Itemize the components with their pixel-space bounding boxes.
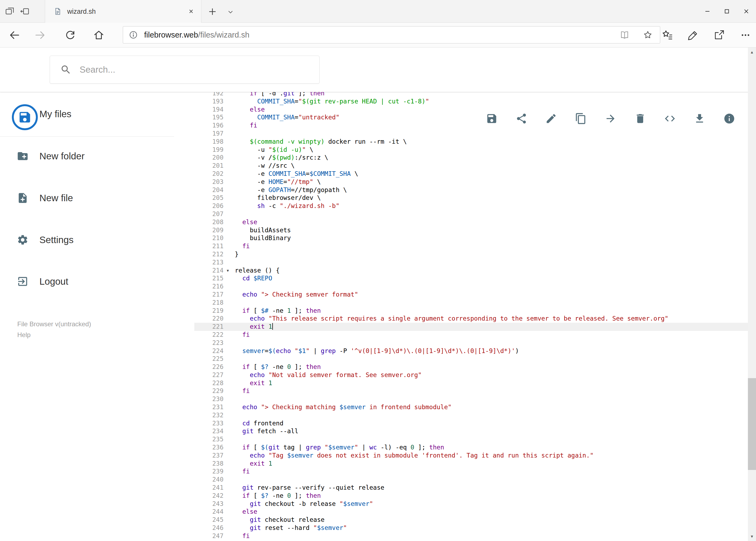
code-line-213[interactable]: 213 (194, 259, 748, 267)
code-line-233[interactable]: 233 cd frontend (194, 419, 748, 427)
code-line-245[interactable]: 245 git checkout release (194, 516, 748, 524)
fold-gutter (223, 210, 232, 218)
code-line-227[interactable]: 227 echo "Not valid semver format. See s… (194, 371, 748, 379)
code-line-200[interactable]: 200 -v /$(pwd):/src:z \ (194, 154, 748, 162)
code-line-244[interactable]: 244 else (194, 508, 748, 516)
more-options-button[interactable] (740, 29, 751, 41)
code-line-209[interactable]: 209 buildAssets (194, 226, 748, 235)
scroll-up-arrow[interactable]: ▲ (748, 48, 756, 57)
code-line-199[interactable]: 199 -u "$(id -u)" \ (194, 146, 748, 154)
search-bar[interactable] (50, 56, 320, 84)
code-line-218[interactable]: 218 (194, 299, 748, 307)
code-line-198[interactable]: 198 $(command -v winpty) docker run --rm… (194, 138, 748, 146)
sidebar-item-settings[interactable]: Settings (0, 227, 194, 253)
code-line-214[interactable]: 214▾release () { (194, 267, 748, 275)
code-line-203[interactable]: 203 -e HOME="//tmp" \ (194, 178, 748, 186)
code-line-210[interactable]: 210 buildBinary (194, 234, 748, 242)
filebrowser-logo[interactable] (12, 104, 38, 130)
back-button[interactable] (9, 29, 21, 41)
favorite-star-icon[interactable] (642, 30, 653, 40)
forward-button[interactable] (34, 29, 46, 41)
info-button[interactable] (723, 113, 735, 125)
new-tab-button[interactable] (207, 6, 217, 17)
page-info-icon[interactable] (128, 30, 138, 40)
refresh-button[interactable] (64, 29, 76, 41)
scrollbar-thumb[interactable] (748, 378, 756, 470)
code-line-235[interactable]: 235 (194, 435, 748, 443)
code-line-232[interactable]: 232 (194, 411, 748, 419)
browser-tab[interactable]: wizard.sh (45, 0, 201, 23)
rename-button[interactable] (545, 113, 557, 125)
sidebar-item-new-folder[interactable]: New folder (0, 144, 194, 169)
code-line-219[interactable]: 219 if [ $# -ne 1 ]; then (194, 307, 748, 315)
download-button[interactable] (694, 113, 705, 125)
fold-toggle-icon[interactable]: ▾ (223, 267, 232, 275)
set-tabs-aside-button[interactable] (19, 6, 30, 17)
code-line-217[interactable]: 217 echo "> Checking semver format" (194, 290, 748, 299)
code-line-243[interactable]: 243 git checkout -b release "$semver" (194, 500, 748, 508)
code-line-231[interactable]: 231 echo "> Checking matching $semver in… (194, 403, 748, 411)
code-line-236[interactable]: 236 if [ $(git tag | grep "$semver" | wc… (194, 443, 748, 452)
code-line-216[interactable]: 216 (194, 282, 748, 290)
code-line-197[interactable]: 197 (194, 130, 748, 138)
code-line-229[interactable]: 229 fi (194, 387, 748, 395)
code-line-242[interactable]: 242 if [ $? -ne 0 ]; then (194, 492, 748, 500)
code-line-220[interactable]: 220 echo "This release script requires a… (194, 315, 748, 323)
code-line-202[interactable]: 202 -e COMMIT_SHA=$COMMIT_SHA \ (194, 170, 748, 178)
code-line-201[interactable]: 201 -w //src \ (194, 162, 748, 170)
code-line-204[interactable]: 204 -e GOPATH=//tmp/gopath \ (194, 186, 748, 194)
code-line-239[interactable]: 239 fi (194, 467, 748, 476)
code-view-button[interactable] (664, 113, 676, 125)
address-bar[interactable]: filebrowser.web/files/wizard.sh (123, 26, 660, 44)
code-line-246[interactable]: 246 git reset --hard "$semver" (194, 524, 748, 532)
code-line-207[interactable]: 207 (194, 210, 748, 218)
code-line-234[interactable]: 234 git fetch --all (194, 427, 748, 435)
minimize-button[interactable] (698, 0, 717, 23)
move-button[interactable] (605, 113, 617, 125)
code-line-206[interactable]: 206 sh -c "./wizard.sh -b" (194, 202, 748, 210)
close-tab-button[interactable] (187, 7, 195, 15)
code-line-223[interactable]: 223 (194, 339, 748, 347)
hub-button[interactable] (661, 29, 673, 41)
code-line-226[interactable]: 226 if [ $? -ne 0 ]; then (194, 363, 748, 371)
home-button[interactable] (93, 29, 105, 41)
code-line-205[interactable]: 205 filebrowser/dev \ (194, 194, 748, 202)
code-line-241[interactable]: 241 git rev-parse --verify --quiet relea… (194, 484, 748, 492)
sidebar-item-logout[interactable]: Logout (0, 269, 194, 294)
delete-button[interactable] (634, 113, 646, 125)
reading-view-icon[interactable] (620, 30, 630, 40)
search-input[interactable] (80, 65, 319, 75)
code-editor[interactable]: 192 if [ -d .git ]; then193 COMMIT_SHA="… (194, 92, 748, 541)
code-line-237[interactable]: 237 echo "Tag $semver does not exist in … (194, 452, 748, 460)
code-line-193[interactable]: 193 COMMIT_SHA="$(git rev-parse HEAD | c… (194, 98, 748, 106)
maximize-button[interactable] (717, 0, 737, 23)
code-line-192[interactable]: 192 if [ -d .git ]; then (194, 92, 748, 98)
scroll-down-arrow[interactable]: ▼ (748, 532, 756, 541)
code-line-240[interactable]: 240 (194, 476, 748, 484)
share-file-button[interactable] (516, 113, 527, 125)
show-set-aside-tabs-button[interactable] (4, 6, 15, 17)
code-line-212[interactable]: 212} (194, 251, 748, 259)
code-line-247[interactable]: 247 fi (194, 532, 748, 540)
code-line-225[interactable]: 225 (194, 355, 748, 363)
code-line-224[interactable]: 224 semver=$(echo "$1" | grep -P '^v(0|[… (194, 347, 748, 355)
help-link[interactable]: Help (17, 329, 91, 340)
code-line-238[interactable]: 238 exit 1 (194, 460, 748, 468)
code-line-221[interactable]: 221 exit 1 (194, 323, 748, 331)
line-number: 193 (194, 98, 223, 106)
sidebar-item-new-file[interactable]: New file (0, 185, 194, 211)
page-scrollbar[interactable]: ▲ ▼ (748, 48, 756, 541)
close-window-button[interactable] (737, 0, 756, 23)
code-line-194[interactable]: 194 else (194, 106, 748, 114)
web-note-button[interactable] (687, 29, 699, 41)
copy-button[interactable] (575, 113, 587, 125)
save-button[interactable] (486, 113, 498, 125)
code-line-211[interactable]: 211 fi (194, 242, 748, 251)
code-line-222[interactable]: 222 fi (194, 331, 748, 339)
code-line-230[interactable]: 230 (194, 395, 748, 403)
code-line-208[interactable]: 208 else (194, 218, 748, 226)
code-line-215[interactable]: 215 cd $REPO (194, 274, 748, 282)
code-line-228[interactable]: 228 exit 1 (194, 379, 748, 387)
share-button[interactable] (713, 29, 725, 41)
tab-preview-chevron-button[interactable] (226, 8, 235, 16)
